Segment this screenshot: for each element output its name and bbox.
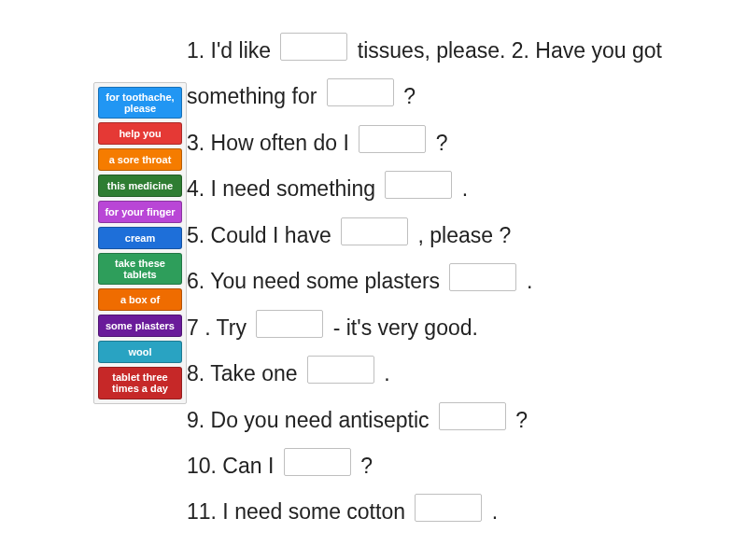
- sentence-text: 4. I need something: [187, 176, 381, 201]
- blank-7[interactable]: [256, 310, 323, 338]
- blank-4[interactable]: [385, 171, 452, 199]
- word-tiles-panel: for toothache, please help you a sore th…: [93, 82, 187, 404]
- sentence-text: 8. Take one: [187, 361, 303, 385]
- sentence-3: 3. How often do I ?: [187, 120, 710, 166]
- blank-3[interactable]: [359, 125, 426, 153]
- sentence-4: 4. I need something .: [187, 166, 710, 212]
- sentence-text: 10. Can I: [187, 454, 280, 478]
- blank-2[interactable]: [327, 78, 394, 106]
- sentence-text: , please ?: [418, 223, 512, 247]
- blank-11[interactable]: [415, 494, 482, 522]
- sentence-text: 5. Could I have: [187, 223, 337, 247]
- blank-10[interactable]: [284, 448, 351, 476]
- sentence-text: 3. How often do I: [187, 131, 355, 155]
- sentence-text: tissues, please.: [358, 38, 506, 63]
- tile-for-your-finger[interactable]: for your finger: [98, 201, 182, 223]
- sentence-8: 8. Take one .: [187, 351, 710, 397]
- sentence-text: .: [492, 499, 498, 524]
- sentence-6: 6. You need some plasters .: [187, 259, 710, 304]
- tile-wool[interactable]: wool: [98, 341, 182, 363]
- sentence-text: ?: [436, 131, 448, 155]
- blank-1[interactable]: [280, 33, 347, 61]
- sentences-area: 1. I'd like tissues, please. 2. Have you…: [187, 28, 710, 536]
- tile-some-plasters[interactable]: some plasters: [98, 315, 182, 337]
- sentence-text: 7 . Try: [187, 315, 252, 340]
- tile-help-you[interactable]: help you: [98, 122, 182, 145]
- tile-cream[interactable]: cream: [98, 227, 182, 249]
- tile-take-tablets[interactable]: take these tablets: [98, 253, 182, 285]
- tile-tablet-times[interactable]: tablet three times a day: [98, 367, 182, 399]
- sentence-text: .: [462, 176, 468, 201]
- sentence-text: ?: [403, 84, 416, 108]
- sentence-5: 5. Could I have , please ?: [187, 213, 710, 259]
- tile-a-sore-throat[interactable]: a sore throat: [98, 148, 182, 171]
- blank-5[interactable]: [341, 217, 408, 245]
- blank-6[interactable]: [449, 263, 516, 291]
- sentence-10: 10. Can I ?: [187, 443, 710, 489]
- sentence-11: 11. I need some cotton .: [187, 489, 710, 535]
- tile-for-toothache[interactable]: for toothache, please: [98, 87, 182, 119]
- sentence-text: 6. You need some plasters: [187, 269, 445, 293]
- blank-9[interactable]: [439, 402, 506, 430]
- sentence-text: - it's very good.: [333, 315, 478, 340]
- blank-8[interactable]: [307, 356, 374, 384]
- sentence-1: 1. I'd like tissues, please.: [187, 38, 512, 63]
- sentence-text: 1. I'd like: [187, 38, 276, 63]
- tile-this-medicine[interactable]: this medicine: [98, 175, 182, 197]
- sentence-text: ?: [515, 408, 528, 432]
- sentence-9: 9. Do you need antiseptic ?: [187, 398, 710, 443]
- sentence-text: 11. I need some cotton: [187, 499, 411, 524]
- sentence-text: .: [384, 361, 389, 385]
- sentence-text: 9. Do you need antiseptic: [187, 408, 435, 432]
- tile-a-box-of[interactable]: a box of: [98, 288, 182, 311]
- sentence-7: 7 . Try - it's very good.: [187, 305, 710, 351]
- sentence-text: .: [527, 269, 532, 293]
- sentence-text: ?: [360, 454, 373, 478]
